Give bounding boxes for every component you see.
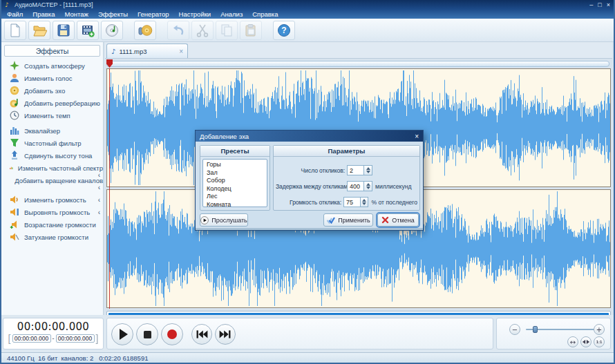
sidebar-item-change-tempo[interactable]: Изменить темп: [1, 109, 103, 122]
cd-note-icon: [104, 23, 120, 38]
paste-button[interactable]: [240, 21, 262, 40]
sidebar-item-channel-rotation[interactable]: Добавить вращение каналов: [1, 174, 103, 186]
record-icon: [162, 324, 182, 345]
preset-item[interactable]: Собор: [203, 177, 267, 185]
param-row-delay: Задержка между откликами: миллисекунд: [274, 178, 419, 194]
sidebar-item-label: Эквалайзер: [24, 127, 60, 135]
save-floppy-icon: [56, 23, 71, 38]
menu-file[interactable]: Файл: [7, 10, 23, 18]
transport-panel: [106, 318, 493, 349]
status-bar: 44100 Гц 16 бит каналов: 2 0:02:20 61885…: [1, 352, 614, 363]
zoom-out-button[interactable]: −: [509, 324, 520, 335]
tab-1111-mp3[interactable]: ♪ 1111.mp3 ×: [106, 44, 188, 58]
close-button[interactable]: ×: [607, 1, 610, 8]
menu-help[interactable]: Справка: [252, 10, 278, 18]
zoom-selection-button[interactable]: [580, 336, 592, 347]
cancel-button[interactable]: Отмена: [377, 213, 419, 227]
sidebar-item-add-echo[interactable]: Добавить эхо: [1, 84, 103, 97]
titlebar: ♪ АудиоМАСТЕР - [1111.mp3] – □ ×: [1, 0, 614, 9]
minimize-button[interactable]: –: [589, 1, 593, 8]
menu-settings[interactable]: Настройки: [179, 10, 211, 18]
sidebar-item-change-voice[interactable]: Изменить голос: [1, 72, 103, 84]
menu-analysis[interactable]: Анализ: [220, 10, 243, 18]
apply-check-icon: [326, 216, 335, 224]
copy-button[interactable]: [216, 21, 238, 40]
echo-count-input[interactable]: [347, 165, 364, 175]
listen-play-icon: [200, 216, 209, 224]
param-suffix: % от последнего: [371, 199, 417, 206]
sidebar-item-add-reverb[interactable]: Добавить реверберацию: [1, 97, 103, 109]
collapse-chevron-icon[interactable]: ‹: [98, 184, 100, 191]
sidebar-item-frequency-filter[interactable]: Частотный фильтр: [1, 137, 103, 149]
preset-item[interactable]: Комната: [203, 201, 267, 208]
echo-volume-input[interactable]: [343, 197, 361, 207]
zoom-slider-handle[interactable]: [533, 326, 538, 333]
dialog-close-icon[interactable]: ×: [415, 133, 419, 140]
sidebar-item-create-atmosphere[interactable]: Создать атмосферу: [1, 59, 103, 72]
skip-end-button[interactable]: [215, 324, 236, 345]
undo-button[interactable]: [167, 21, 189, 40]
menu-generator[interactable]: Генератор: [138, 10, 169, 18]
sidebar-item-normalize-volume[interactable]: Выровнять громкость: [1, 206, 103, 218]
echo-volume-stepper[interactable]: [361, 197, 368, 207]
dialog-titlebar: Добавление эха ×: [196, 131, 423, 142]
collapse-chevron-icon[interactable]: ‹: [98, 172, 100, 179]
menu-edit[interactable]: Правка: [32, 10, 55, 18]
record-button[interactable]: [161, 323, 183, 345]
sidebar-item-fade-in[interactable]: Возрастание громкости: [1, 218, 103, 231]
zoom-panel: − + ↔ 1:1: [496, 318, 611, 349]
selection-start-input[interactable]: [12, 334, 51, 343]
collapse-chevron-icon[interactable]: ‹: [98, 209, 100, 216]
current-time-display: 00:00:00.000: [3, 320, 103, 333]
delay-stepper[interactable]: [364, 181, 372, 191]
apply-button[interactable]: Применить: [323, 213, 373, 227]
sidebar-item-change-spectrum[interactable]: Изменить частотный спектр: [1, 162, 103, 174]
cancel-x-icon: [381, 216, 389, 224]
preset-item[interactable]: Лес: [203, 193, 267, 201]
skip-start-icon: [192, 325, 211, 344]
zoom-1to1-button[interactable]: 1:1: [594, 336, 605, 347]
preset-item[interactable]: Зал: [203, 169, 267, 178]
open-file-button[interactable]: [28, 21, 50, 40]
sidebar-item-equalizer[interactable]: Эквалайзер: [1, 124, 103, 137]
svg-text:?: ?: [281, 26, 286, 35]
sidebar-item-pitch-shift[interactable]: Сдвинуть высоту тона: [1, 149, 103, 162]
delay-input[interactable]: [347, 181, 364, 191]
dialog-bottom-strip: [196, 228, 423, 230]
paste-icon: [243, 23, 258, 38]
zoom-slider-track[interactable]: [526, 329, 596, 330]
collapse-chevron-icon[interactable]: ‹: [98, 197, 100, 204]
tab-close-icon[interactable]: ×: [179, 48, 183, 55]
menu-effects[interactable]: Эффекты: [98, 10, 128, 18]
bottom-bar: 00:00:00.000 [ - ]: [1, 315, 614, 352]
play-button[interactable]: [111, 323, 133, 345]
seek-bar[interactable]: [106, 61, 609, 67]
export-video-button[interactable]: [77, 21, 99, 40]
skip-start-button[interactable]: [191, 324, 212, 345]
sidebar-item-label: Добавить реверберацию: [24, 99, 100, 107]
sidebar-item-label: Возрастание громкости: [24, 221, 96, 229]
change-tempo-icon: [10, 111, 19, 120]
capture-audio-button[interactable]: [134, 21, 156, 40]
echo-count-stepper[interactable]: [364, 165, 372, 175]
preset-item[interactable]: Колодец: [203, 185, 267, 193]
help-button[interactable]: ?: [273, 21, 295, 40]
menu-montage[interactable]: Монтаж: [64, 10, 88, 18]
sidebar-item-fade-out[interactable]: Затухание громкости: [1, 231, 103, 243]
param-label: Задержка между откликами:: [276, 183, 345, 190]
fit-width-button[interactable]: ↔: [567, 336, 578, 347]
equalizer-icon: [10, 126, 19, 135]
zoom-in-button[interactable]: +: [594, 324, 605, 335]
selection-end-input[interactable]: [56, 334, 95, 343]
preset-item[interactable]: Горы: [203, 161, 267, 169]
burn-cd-button[interactable]: [101, 21, 123, 40]
presets-listbox[interactable]: Горы Зал Собор Колодец Лес Комната: [202, 159, 267, 207]
listen-button[interactable]: Прослушать: [200, 213, 248, 227]
stop-button[interactable]: [136, 323, 158, 345]
new-file-button[interactable]: [4, 21, 26, 40]
sidebar-item-change-volume[interactable]: Изменить громкость: [1, 193, 103, 206]
maximize-button[interactable]: □: [598, 1, 601, 8]
stop-icon: [137, 324, 158, 345]
save-file-button[interactable]: [53, 21, 75, 40]
cut-button[interactable]: [191, 21, 214, 40]
